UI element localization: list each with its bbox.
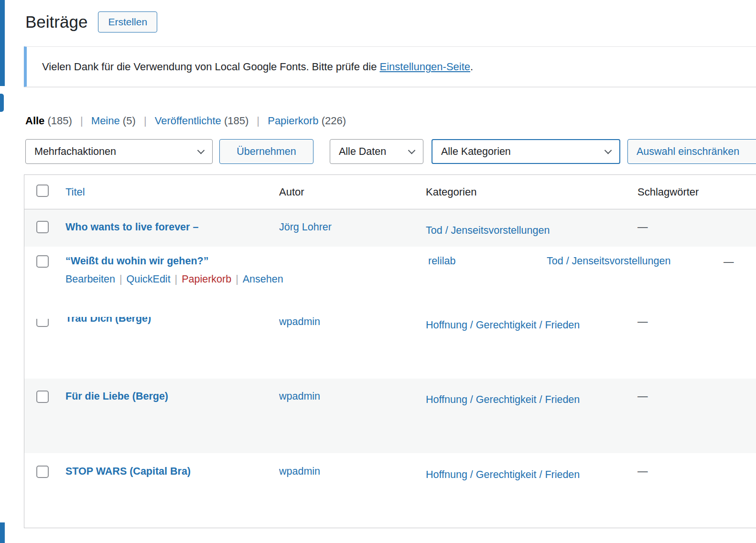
sort-by-title-link[interactable]: Titel [65, 186, 85, 198]
categories-cell: Tod / Jenseitsvorstellungen [420, 209, 631, 247]
filter-published[interactable]: Veröffentlichte (185) [155, 115, 252, 127]
dates-filter-select-value: Alle Daten [339, 146, 386, 158]
bulk-actions-select-value: Mehrfachaktionen [34, 146, 116, 158]
author-link[interactable]: Jörg Lohrer [279, 221, 332, 233]
table-row: STOP WARS (Capital Bra) wpadmin Hoffnung… [24, 453, 756, 528]
notice-banner: Vielen Dank für die Verwendung von Local… [24, 46, 756, 87]
title-cell: STOP WARS (Capital Bra) [58, 453, 273, 528]
checkbox-cell [24, 312, 58, 379]
row-checkbox[interactable] [36, 221, 49, 233]
filter-mine-label: Meine [91, 115, 120, 127]
quick-edit-link[interactable]: QuickEdit [127, 273, 171, 285]
filter-trash[interactable]: Papierkorb (226) [268, 115, 346, 127]
categories-cell: Hoffnung / Gerechtigkeit / Frieden [420, 379, 631, 453]
category-link[interactable]: Tod / Jenseitsvorstellungen [426, 225, 550, 236]
no-tags-dash: — [637, 221, 648, 233]
author-cell: wpadmin [273, 312, 420, 379]
header-tags: Schlagwörter [631, 186, 756, 198]
table-header-row: Titel Autor Kategorien Schlagwörter [24, 175, 756, 209]
notice-text-after: . [470, 61, 473, 73]
author-link[interactable]: wpadmin [279, 316, 320, 327]
action-separator: | [119, 273, 122, 285]
author-link[interactable]: wpadmin [279, 466, 320, 477]
tags-cell: — [631, 312, 756, 379]
settings-page-link[interactable]: Einstellungen-Seite [379, 61, 470, 73]
row-checkbox[interactable] [36, 315, 49, 327]
filter-published-count: (185) [224, 115, 248, 127]
post-status-filters: Alle (185) | Meine (5) | Veröffentlichte… [25, 115, 346, 127]
row-actions: Bearbeiten|QuickEdit|Papierkorb|Ansehen [65, 273, 318, 285]
category-link[interactable]: Hoffnung / Gerechtigkeit / Frieden [426, 319, 580, 331]
posts-admin-screen: Beiträge Erstellen Vielen Dank für die V… [0, 0, 756, 543]
edit-link[interactable]: Bearbeiten [65, 273, 115, 285]
action-separator: | [175, 273, 178, 285]
filter-mine[interactable]: Meine (5) [91, 115, 139, 127]
chevron-down-icon [605, 146, 612, 154]
filter-separator: | [80, 115, 83, 127]
filter-all[interactable]: Alle (185) [25, 115, 75, 127]
no-tags-dash: — [724, 256, 734, 268]
post-title-link[interactable]: “Weißt du wohin wir gehen?” [65, 255, 208, 267]
author-link[interactable]: wpadmin [279, 391, 320, 402]
admin-sidebar-edge [0, 0, 5, 86]
post-title-link[interactable]: Who wants to live forever – [65, 221, 198, 233]
post-title-link[interactable]: STOP WARS (Capital Bra) [65, 466, 191, 477]
view-link[interactable]: Ansehen [243, 273, 283, 285]
filter-trash-count: (226) [322, 115, 346, 127]
header-title: Titel [58, 186, 273, 198]
filter-separator: | [144, 115, 147, 127]
create-post-button[interactable]: Erstellen [98, 11, 157, 33]
table-row: Who wants to live forever – Jörg Lohrer … [24, 209, 756, 247]
filter-all-count: (185) [47, 115, 72, 127]
author-cell: Jörg Lohrer [273, 209, 420, 247]
category-link[interactable]: relilab [428, 255, 455, 267]
title-cell: Who wants to live forever – [58, 209, 273, 247]
tags-cell: — [631, 209, 756, 247]
checkbox-cell [24, 209, 58, 247]
filter-button[interactable]: Auswahl einschränken [627, 139, 756, 164]
category-link[interactable]: Tod / Jenseitsvorstellungen [547, 255, 670, 267]
dates-filter-select[interactable]: Alle Daten [330, 139, 423, 164]
chevron-down-icon [197, 146, 205, 154]
title-cell: Für die Liebe (Berge) [58, 379, 273, 453]
filter-published-label: Veröffentlichte [155, 115, 221, 127]
header-checkbox-cell [24, 185, 58, 200]
action-separator: | [236, 273, 238, 285]
notice-text-before: Vielen Dank für die Verwendung von Local… [42, 61, 379, 73]
filter-separator: | [257, 115, 259, 127]
notice-text: Vielen Dank für die Verwendung von Local… [42, 61, 473, 73]
title-cell: Trau Dich (Berge) [58, 312, 273, 379]
apply-button[interactable]: Übernehmen [219, 139, 313, 164]
category-link[interactable]: Hoffnung / Gerechtigkeit / Frieden [426, 469, 580, 480]
no-tags-dash: — [637, 391, 648, 402]
select-all-checkbox[interactable] [36, 185, 49, 197]
author-cell: wpadmin [273, 453, 420, 528]
row-checkbox[interactable] [36, 255, 49, 268]
chevron-down-icon [408, 146, 416, 154]
row-checkbox[interactable] [36, 466, 49, 478]
post-title-link[interactable]: Trau Dich (Berge) [65, 313, 151, 325]
page-title: Beiträge [25, 12, 87, 32]
row-checkbox[interactable] [36, 391, 49, 403]
tags-cell: — [631, 379, 756, 453]
admin-sidebar-active-item[interactable] [0, 94, 4, 112]
checkbox-cell [24, 379, 58, 453]
header-categories: Kategorien [420, 183, 631, 202]
no-tags-dash: — [637, 466, 648, 477]
checkbox-cell [24, 247, 58, 312]
title-cell: “Weißt du wohin wir gehen?” Bearbeiten|Q… [58, 247, 325, 312]
header-author: Autor [273, 186, 420, 198]
no-tags-dash: — [637, 316, 648, 327]
category-link[interactable]: Hoffnung / Gerechtigkeit / Frieden [426, 394, 580, 405]
categories-cell: Hoffnung / Gerechtigkeit / Frieden [420, 312, 631, 379]
post-title-link[interactable]: Für die Liebe (Berge) [65, 391, 168, 402]
table-row: “Weißt du wohin wir gehen?” Bearbeiten|Q… [24, 247, 756, 312]
filter-trash-label: Papierkorb [268, 115, 318, 127]
filter-mine-count: (5) [123, 115, 136, 127]
tags-cell: — [631, 453, 756, 528]
table-row: Für die Liebe (Berge) wpadmin Hoffnung /… [24, 379, 756, 453]
admin-sidebar-edge-bottom [0, 522, 5, 543]
bulk-actions-select[interactable]: Mehrfachaktionen [25, 139, 213, 164]
trash-link[interactable]: Papierkorb [182, 273, 231, 285]
categories-filter-select[interactable]: Alle Kategorien [432, 139, 620, 164]
